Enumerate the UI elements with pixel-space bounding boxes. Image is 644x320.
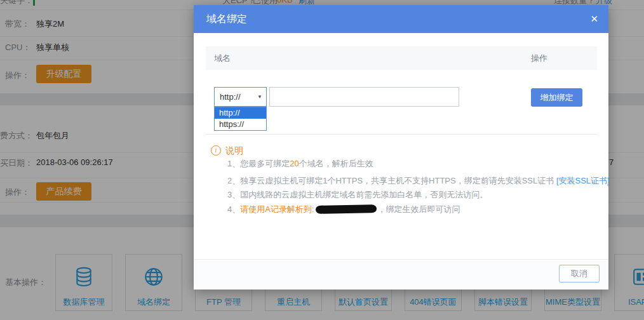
add-binding-button[interactable]: 增加绑定: [531, 88, 582, 107]
chevron-down-icon: ▼: [257, 94, 262, 100]
note-text: 2、独享云虚拟主机可绑定1个HTTPS，共享主机不支持HTTPS，绑定前请先安装…: [227, 176, 556, 185]
note-text: 4、: [227, 204, 240, 214]
note-text: ，绑定生效后即可访问: [378, 204, 460, 214]
protocol-option-http[interactable]: http://: [215, 107, 266, 119]
protocol-dropdown-list: http:// https://: [214, 107, 267, 131]
column-domain: 域名: [214, 46, 231, 70]
note-max-domains: 1、您最多可绑定20个域名，解析后生效: [227, 158, 373, 170]
note-https-support: 2、独享云虚拟主机可绑定1个HTTPS，共享主机不支持HTTPS，绑定前请先安装…: [227, 175, 610, 187]
column-action: 操作: [531, 46, 547, 70]
dialog-header: 域名绑定 ✕: [194, 5, 608, 33]
info-icon: i: [211, 145, 221, 156]
note-text: 1、您最多可绑定: [227, 159, 290, 168]
notes-heading: 说明: [225, 145, 243, 157]
domain-input[interactable]: [269, 87, 459, 107]
install-ssl-link[interactable]: [安装SSL证书]: [556, 176, 610, 185]
divider: [206, 134, 598, 135]
note-highlight-number: 20: [290, 159, 299, 168]
note-whitelist: 3、国内线路的云虚拟主机绑定域名前需先添加白名单，否则无法访问。: [227, 189, 488, 201]
domain-table-header: 域名 操作: [206, 46, 597, 70]
domain-binding-dialog: 域名绑定 ✕ 域名 操作 http:// ▼ http:// https:// …: [194, 5, 608, 289]
close-icon[interactable]: ✕: [590, 5, 598, 33]
dialog-title: 域名绑定: [206, 5, 247, 33]
note-highlight-text: 请使用A记录解析到:: [240, 204, 314, 214]
redacted-ip-blob: [315, 204, 376, 214]
note-a-record: 4、请使用A记录解析到:，绑定生效后即可访问: [227, 204, 460, 215]
note-text: 个域名，解析后生效: [299, 159, 373, 168]
protocol-selected-value: http://: [220, 88, 241, 106]
cancel-button[interactable]: 取消: [559, 265, 600, 283]
note-text: 3、国内线路的云虚拟主机绑定域名前需先添加白名单，否则无法访问。: [227, 190, 488, 199]
protocol-option-https[interactable]: https://: [215, 119, 266, 130]
protocol-select[interactable]: http:// ▼: [214, 87, 267, 107]
dialog-footer: 取消: [194, 259, 608, 290]
